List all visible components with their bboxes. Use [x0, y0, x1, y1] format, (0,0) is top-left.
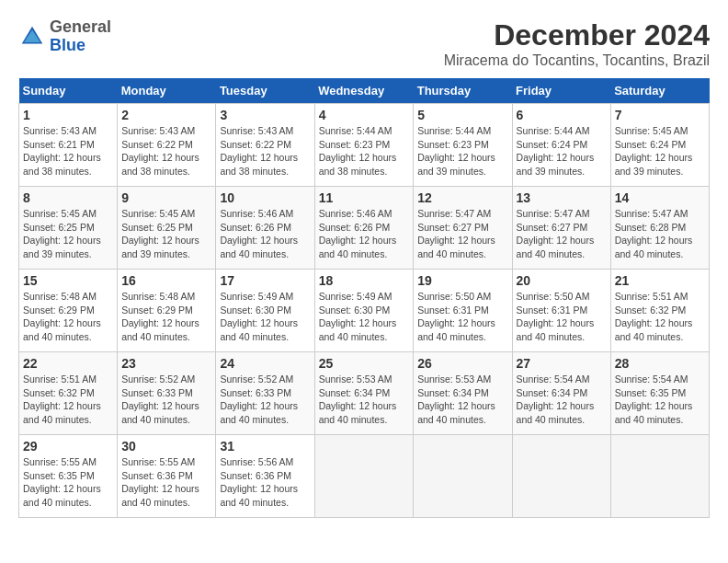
calendar-row: 15 Sunrise: 5:48 AM Sunset: 6:29 PM Dayl… — [19, 270, 710, 352]
calendar-row: 1 Sunrise: 5:43 AM Sunset: 6:21 PM Dayli… — [19, 104, 710, 187]
day-number: 21 — [615, 273, 705, 288]
day-number: 25 — [319, 356, 410, 371]
table-row: 16 Sunrise: 5:48 AM Sunset: 6:29 PM Dayl… — [118, 270, 216, 352]
day-info: Sunrise: 5:44 AM Sunset: 6:23 PM Dayligh… — [417, 124, 507, 178]
table-row — [610, 435, 709, 518]
table-row: 22 Sunrise: 5:51 AM Sunset: 6:32 PM Dayl… — [19, 352, 118, 435]
table-row: 24 Sunrise: 5:52 AM Sunset: 6:33 PM Dayl… — [216, 352, 314, 435]
day-number: 22 — [23, 356, 113, 371]
day-number: 3 — [220, 108, 310, 122]
day-info: Sunrise: 5:50 AM Sunset: 6:31 PM Dayligh… — [517, 290, 607, 344]
day-info: Sunrise: 5:46 AM Sunset: 6:26 PM Dayligh… — [319, 207, 410, 261]
day-info: Sunrise: 5:46 AM Sunset: 6:26 PM Dayligh… — [220, 207, 310, 261]
table-row: 6 Sunrise: 5:44 AM Sunset: 6:24 PM Dayli… — [512, 104, 610, 187]
day-info: Sunrise: 5:51 AM Sunset: 6:32 PM Dayligh… — [615, 290, 705, 344]
page-header: General Blue December 2024 Miracema do T… — [18, 18, 710, 69]
logo-text: General Blue — [50, 18, 111, 55]
day-info: Sunrise: 5:48 AM Sunset: 6:29 PM Dayligh… — [23, 290, 113, 344]
table-row: 25 Sunrise: 5:53 AM Sunset: 6:34 PM Dayl… — [314, 352, 414, 435]
day-info: Sunrise: 5:56 AM Sunset: 6:36 PM Dayligh… — [220, 455, 310, 510]
day-number: 24 — [220, 356, 310, 371]
day-info: Sunrise: 5:55 AM Sunset: 6:35 PM Dayligh… — [23, 455, 113, 510]
table-row: 18 Sunrise: 5:49 AM Sunset: 6:30 PM Dayl… — [314, 270, 414, 352]
day-number: 2 — [121, 108, 211, 122]
header-monday: Monday — [118, 78, 216, 104]
table-row: 31 Sunrise: 5:56 AM Sunset: 6:36 PM Dayl… — [216, 435, 314, 518]
table-row: 30 Sunrise: 5:55 AM Sunset: 6:36 PM Dayl… — [118, 435, 216, 518]
day-number: 6 — [517, 108, 607, 122]
day-info: Sunrise: 5:47 AM Sunset: 6:27 PM Dayligh… — [417, 207, 507, 261]
day-info: Sunrise: 5:43 AM Sunset: 6:22 PM Dayligh… — [121, 124, 211, 178]
month-year-title: December 2024 — [444, 18, 710, 52]
calendar-row: 22 Sunrise: 5:51 AM Sunset: 6:32 PM Dayl… — [19, 352, 710, 435]
day-number: 10 — [220, 190, 310, 205]
logo: General Blue — [18, 18, 111, 55]
header-saturday: Saturday — [610, 78, 709, 104]
header-thursday: Thursday — [414, 78, 512, 104]
day-number: 23 — [121, 356, 211, 371]
day-number: 26 — [417, 356, 507, 371]
day-number: 30 — [121, 439, 211, 454]
day-number: 28 — [615, 356, 705, 371]
day-info: Sunrise: 5:47 AM Sunset: 6:28 PM Dayligh… — [615, 207, 705, 261]
day-number: 1 — [23, 108, 113, 122]
day-info: Sunrise: 5:55 AM Sunset: 6:36 PM Dayligh… — [121, 455, 211, 510]
day-number: 16 — [121, 273, 211, 288]
table-row: 8 Sunrise: 5:45 AM Sunset: 6:25 PM Dayli… — [19, 187, 118, 270]
day-info: Sunrise: 5:48 AM Sunset: 6:29 PM Dayligh… — [121, 290, 211, 344]
day-info: Sunrise: 5:53 AM Sunset: 6:34 PM Dayligh… — [417, 373, 507, 427]
day-number: 18 — [319, 273, 410, 288]
day-info: Sunrise: 5:43 AM Sunset: 6:22 PM Dayligh… — [220, 124, 310, 178]
calendar-title: December 2024 Miracema do Tocantins, Toc… — [444, 18, 710, 69]
day-info: Sunrise: 5:54 AM Sunset: 6:35 PM Dayligh… — [615, 373, 705, 427]
table-row: 27 Sunrise: 5:54 AM Sunset: 6:34 PM Dayl… — [512, 352, 610, 435]
day-number: 17 — [220, 273, 310, 288]
table-row: 28 Sunrise: 5:54 AM Sunset: 6:35 PM Dayl… — [610, 352, 709, 435]
table-row: 26 Sunrise: 5:53 AM Sunset: 6:34 PM Dayl… — [414, 352, 512, 435]
day-number: 19 — [417, 273, 507, 288]
header-friday: Friday — [512, 78, 610, 104]
header-wednesday: Wednesday — [314, 78, 414, 104]
location-subtitle: Miracema do Tocantins, Tocantins, Brazil — [444, 52, 710, 69]
day-number: 8 — [23, 190, 113, 205]
table-row: 7 Sunrise: 5:45 AM Sunset: 6:24 PM Dayli… — [610, 104, 709, 187]
table-row: 23 Sunrise: 5:52 AM Sunset: 6:33 PM Dayl… — [118, 352, 216, 435]
table-row: 4 Sunrise: 5:44 AM Sunset: 6:23 PM Dayli… — [314, 104, 414, 187]
table-row: 19 Sunrise: 5:50 AM Sunset: 6:31 PM Dayl… — [414, 270, 512, 352]
day-info: Sunrise: 5:44 AM Sunset: 6:24 PM Dayligh… — [517, 124, 607, 178]
day-info: Sunrise: 5:51 AM Sunset: 6:32 PM Dayligh… — [23, 373, 113, 427]
day-info: Sunrise: 5:45 AM Sunset: 6:25 PM Dayligh… — [121, 207, 211, 261]
table-row: 17 Sunrise: 5:49 AM Sunset: 6:30 PM Dayl… — [216, 270, 314, 352]
table-row: 5 Sunrise: 5:44 AM Sunset: 6:23 PM Dayli… — [414, 104, 512, 187]
day-number: 9 — [121, 190, 211, 205]
table-row: 9 Sunrise: 5:45 AM Sunset: 6:25 PM Dayli… — [118, 187, 216, 270]
table-row: 2 Sunrise: 5:43 AM Sunset: 6:22 PM Dayli… — [118, 104, 216, 187]
day-info: Sunrise: 5:53 AM Sunset: 6:34 PM Dayligh… — [319, 373, 410, 427]
day-number: 27 — [517, 356, 607, 371]
table-row: 29 Sunrise: 5:55 AM Sunset: 6:35 PM Dayl… — [19, 435, 118, 518]
day-info: Sunrise: 5:49 AM Sunset: 6:30 PM Dayligh… — [220, 290, 310, 344]
calendar-table: Sunday Monday Tuesday Wednesday Thursday… — [18, 78, 710, 518]
header-sunday: Sunday — [19, 78, 118, 104]
day-info: Sunrise: 5:49 AM Sunset: 6:30 PM Dayligh… — [319, 290, 410, 344]
day-number: 12 — [417, 190, 507, 205]
day-info: Sunrise: 5:43 AM Sunset: 6:21 PM Dayligh… — [23, 124, 113, 178]
table-row: 10 Sunrise: 5:46 AM Sunset: 6:26 PM Dayl… — [216, 187, 314, 270]
day-number: 5 — [417, 108, 507, 122]
day-number: 4 — [319, 108, 410, 122]
day-info: Sunrise: 5:52 AM Sunset: 6:33 PM Dayligh… — [121, 373, 211, 427]
calendar-header-row: Sunday Monday Tuesday Wednesday Thursday… — [19, 78, 710, 104]
day-info: Sunrise: 5:45 AM Sunset: 6:24 PM Dayligh… — [615, 124, 705, 178]
table-row: 15 Sunrise: 5:48 AM Sunset: 6:29 PM Dayl… — [19, 270, 118, 352]
day-number: 15 — [23, 273, 113, 288]
day-info: Sunrise: 5:50 AM Sunset: 6:31 PM Dayligh… — [417, 290, 507, 344]
day-info: Sunrise: 5:47 AM Sunset: 6:27 PM Dayligh… — [517, 207, 607, 261]
table-row: 14 Sunrise: 5:47 AM Sunset: 6:28 PM Dayl… — [610, 187, 709, 270]
table-row: 11 Sunrise: 5:46 AM Sunset: 6:26 PM Dayl… — [314, 187, 414, 270]
table-row: 1 Sunrise: 5:43 AM Sunset: 6:21 PM Dayli… — [19, 104, 118, 187]
header-tuesday: Tuesday — [216, 78, 314, 104]
day-number: 20 — [517, 273, 607, 288]
day-info: Sunrise: 5:54 AM Sunset: 6:34 PM Dayligh… — [517, 373, 607, 427]
table-row: 3 Sunrise: 5:43 AM Sunset: 6:22 PM Dayli… — [216, 104, 314, 187]
day-number: 13 — [517, 190, 607, 205]
